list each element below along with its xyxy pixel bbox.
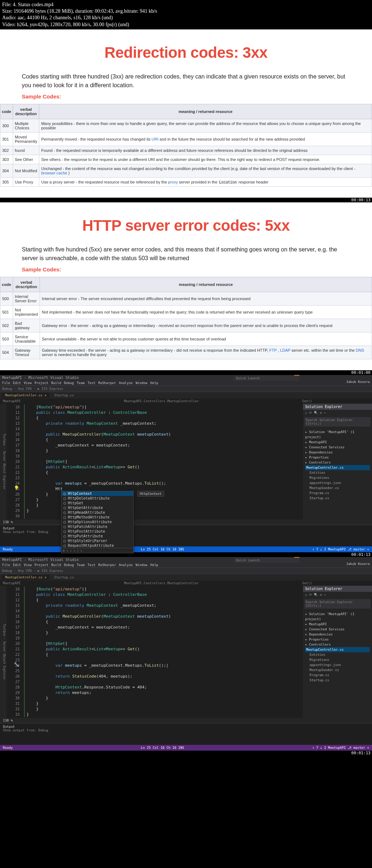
code-line[interactable]: 30 } [7, 695, 303, 701]
tree-item[interactable]: Entities [305, 470, 370, 475]
tree-item[interactable]: appsettings.json [305, 662, 370, 667]
tree-item[interactable]: Program.cs [305, 490, 370, 496]
intellisense-item[interactable]: ▢ RequestHttpsAttribute [61, 543, 133, 548]
menu-item[interactable]: View [24, 563, 32, 567]
code-editor[interactable]: 🔧 10 [Route("api/meetup")]11 public clas… [7, 586, 303, 718]
menu-item[interactable]: Analyze [119, 381, 133, 385]
lightbulb-icon[interactable]: 💡 [14, 485, 19, 490]
code-line[interactable]: 20 [HttpGet] [7, 459, 303, 464]
link[interactable]: LDAP [280, 348, 291, 352]
tree-item[interactable]: Entities [305, 652, 370, 657]
code-line[interactable]: 28 } [7, 502, 303, 508]
code-line[interactable]: 20 [HttpGet] [7, 641, 303, 646]
code-line[interactable]: 31 } [7, 701, 303, 706]
tree-item[interactable]: ▸ Controllers [305, 460, 370, 465]
menu-item[interactable]: Window [136, 381, 147, 385]
intellisense-item[interactable]: ▢ HttpContext [61, 491, 133, 496]
breadcrumb-method[interactable]: Get() [299, 399, 372, 404]
menu-item[interactable]: Build [51, 563, 61, 567]
intellisense-item[interactable]: ▢ HttpDeleteAttribute [61, 496, 133, 501]
code-line[interactable]: 10 [Route("api/meetup")] [7, 404, 303, 410]
code-line[interactable]: 29} [7, 508, 303, 513]
breadcrumb-class[interactable]: MeetupAPI.Controllers.MeetupController [24, 399, 299, 404]
menu-item[interactable]: Edit [13, 381, 21, 385]
link[interactable]: DNS [356, 348, 364, 352]
intellisense-item[interactable]: ▢ HttpGetAttribute [61, 505, 133, 510]
code-line[interactable]: 12 { [7, 597, 303, 603]
tree-item[interactable]: ▸ MeetupAPI [305, 622, 370, 627]
se-toolbar-icons[interactable]: ⌂ ⟳ 🔍 ⚙ ⋯ [303, 592, 372, 598]
link[interactable]: FTP [269, 348, 277, 352]
code-line[interactable]: 23 [7, 475, 303, 481]
toolbar[interactable]: Debug · Any CPU · ▶ IIS Express [0, 568, 372, 574]
menu-item[interactable]: ReSharper [98, 563, 116, 567]
intellisense-item[interactable]: ▢ HttpPatchAttribute [61, 524, 133, 529]
code-line[interactable]: 11 public class MeetupController : Contr… [7, 592, 303, 597]
breadcrumb-method[interactable]: Get() [299, 581, 372, 586]
tree-item[interactable]: ▸ MeetupAPI [305, 440, 370, 445]
close-icon[interactable]: ✕ [44, 576, 46, 579]
tree-item[interactable]: ▸ Properties [305, 637, 370, 642]
solution-explorer[interactable]: Solution Explorer ⌂ ⟳ 🔍 ⚙ ⋯ Search Solut… [303, 586, 372, 718]
code-line[interactable]: 32 } [7, 706, 303, 712]
tree-item[interactable]: Startup.cs [305, 496, 370, 501]
code-line[interactable]: 16 { [7, 619, 303, 625]
toolbar[interactable]: Debug · Any CPU · ▶ IIS Express [0, 386, 372, 392]
code-line[interactable]: 21 public ActionResult<List<Meetup>> Get… [7, 646, 303, 652]
link[interactable]: proxy [168, 180, 178, 184]
code-line[interactable]: 28 HttpContext.Response.StatusCode = 404… [7, 685, 303, 690]
breadcrumb-left[interactable]: MeetupAPI [0, 399, 24, 404]
close-icon[interactable]: ✕ [44, 393, 46, 397]
code-line[interactable]: 18 } [7, 630, 303, 635]
tree-item[interactable]: MeetupSeeder.cs [305, 485, 370, 490]
menu-item[interactable]: Debug [64, 381, 74, 385]
tree-item[interactable]: MeetupSeeder.cs [305, 667, 370, 673]
code-line[interactable]: 13 private readonly MeetupContext _meetu… [7, 421, 303, 426]
screwdriver-icon[interactable]: 🔧 [14, 662, 19, 667]
solution-explorer[interactable]: Solution Explorer ⌂ ⟳ 🔍 ⚙ ⋯ Search Solut… [303, 404, 372, 520]
code-line[interactable]: 30 [7, 513, 303, 519]
code-line[interactable]: 22 { [7, 470, 303, 475]
tree-item[interactable]: appsettings.json [305, 480, 370, 485]
link[interactable]: browser cache [41, 171, 67, 175]
tree-item[interactable]: Program.cs [305, 673, 370, 678]
intellisense-item[interactable]: ▢ HttpPutAttribute [61, 534, 133, 538]
code-line[interactable]: 11 public class MeetupController : Contr… [7, 410, 303, 415]
code-line[interactable]: 10 [Route("api/meetup")] [7, 586, 303, 592]
code-line[interactable]: 25 [7, 668, 303, 674]
menu-item[interactable]: Analyze [119, 563, 133, 567]
code-line[interactable]: 22 { [7, 652, 303, 657]
code-line[interactable]: 16 { [7, 437, 303, 443]
tree-item[interactable]: ▸ Connected Services [305, 627, 370, 632]
sidebar-left-label[interactable]: Toolbox · Server Object Explorer [0, 404, 7, 520]
intellisense-item[interactable]: ▢ HttpHeadAttribute [61, 510, 133, 515]
menu-item[interactable]: Project [35, 381, 48, 385]
intellisense-item[interactable]: ▢ HttpPostAttribute [61, 529, 133, 534]
breadcrumb-left[interactable]: MeetupAPI [0, 581, 24, 586]
menu-item[interactable]: Team [77, 381, 85, 385]
tree-item[interactable]: ▸ Properties [305, 455, 370, 460]
code-line[interactable]: 24 var meetups = _meetupContext.Meetups.… [7, 663, 303, 668]
menu-item[interactable]: ReSharper [98, 381, 116, 385]
intellisense-item[interactable]: ▢ HttpStyleUriParser [61, 538, 133, 543]
menu-item[interactable]: Test [88, 563, 96, 567]
code-line[interactable]: 27 } [7, 497, 303, 502]
link[interactable]: URI [151, 137, 158, 141]
output-panel[interactable]: Output Show output from: Debug [0, 525, 372, 546]
code-editor[interactable]: 💡 10 [Route("api/meetup")]11 public clas… [7, 404, 303, 520]
code-line[interactable]: 19 [7, 635, 303, 641]
tree-item[interactable]: Startup.cs [305, 678, 370, 683]
output-panel[interactable]: Output Show output from: Debug [0, 723, 372, 745]
code-line[interactable]: 17 _meetupContext = meetupContext; [7, 625, 303, 630]
se-search[interactable]: Search Solution Explorer (Ctrl+;) [304, 417, 371, 427]
quick-launch[interactable]: Quick Launch [234, 376, 299, 381]
tree-item-selected[interactable]: MeetupController.cs [305, 465, 370, 470]
menu-item[interactable]: Edit [13, 563, 21, 567]
code-line[interactable]: 18 } [7, 448, 303, 453]
menu-item[interactable]: Build [51, 381, 61, 385]
menu-item[interactable]: Help [150, 381, 158, 385]
tab-other[interactable]: Startup.cs [51, 393, 77, 398]
code-line[interactable]: 24 var meetups = _meetupContext.Meetups.… [7, 481, 303, 486]
code-line[interactable]: 15 public MeetupController(MeetupContext… [7, 614, 303, 619]
tree-item[interactable]: ▸ Controllers [305, 642, 370, 647]
